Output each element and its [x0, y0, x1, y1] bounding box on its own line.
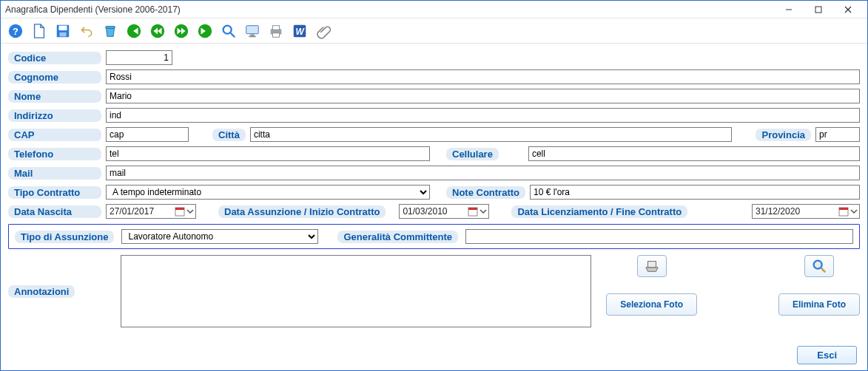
zoom-photo-button[interactable] — [804, 255, 834, 277]
label-data-assunzione: Data Assunzione / Inizio Contratto — [218, 205, 386, 218]
chevron-down-icon — [480, 208, 487, 215]
prev-record-icon[interactable] — [147, 21, 168, 41]
toolbar: ? — [1, 18, 867, 44]
last-record-icon[interactable] — [195, 21, 215, 41]
annotazioni-textarea[interactable] — [121, 255, 591, 327]
svg-rect-16 — [246, 25, 259, 33]
svg-rect-1 — [815, 7, 821, 13]
data-assunzione-value: 01/03/2010 — [403, 206, 468, 217]
label-cognome: Cognome — [8, 71, 101, 84]
svg-point-14 — [223, 25, 232, 33]
monitor-icon[interactable] — [242, 21, 263, 41]
label-cap: CAP — [8, 129, 101, 141]
telefono-field[interactable] — [106, 146, 430, 161]
svg-rect-25 — [175, 208, 184, 210]
seleziona-foto-button[interactable]: Seleziona Foto — [606, 293, 697, 316]
label-tipo-contratto: Tipo Contratto — [8, 186, 101, 199]
label-tipo-assunzione: Tipo di Assunzione — [15, 231, 114, 243]
label-generalita: Generalità Committente — [337, 231, 458, 243]
scanner-button[interactable] — [637, 255, 667, 277]
notes-photo-area: Annotazioni Seleziona Foto Elimina Foto — [8, 255, 860, 327]
provincia-field[interactable] — [815, 127, 860, 142]
svg-rect-21 — [272, 33, 279, 37]
note-contratto-field[interactable] — [530, 185, 860, 200]
svg-rect-27 — [468, 208, 477, 210]
label-provincia: Provincia — [756, 129, 811, 141]
calendar-icon — [175, 206, 185, 217]
indirizzo-field[interactable] — [106, 108, 860, 123]
label-telefono: Telefono — [8, 148, 101, 160]
elimina-foto-label: Elimina Foto — [793, 299, 846, 310]
generalita-field[interactable] — [465, 229, 853, 244]
next-record-icon[interactable] — [171, 21, 192, 41]
new-doc-icon[interactable] — [29, 21, 50, 41]
svg-rect-29 — [839, 208, 848, 210]
window-title: Anagrafica Dipendenti (Versione 2006-201… — [5, 4, 774, 15]
tipo-assunzione-select[interactable]: Lavoratore Autonomo — [121, 229, 318, 244]
cognome-field[interactable] — [106, 69, 860, 84]
print-icon[interactable] — [266, 21, 286, 41]
label-citta: Città — [212, 129, 246, 141]
photo-right-column: Elimina Foto — [778, 255, 860, 327]
scanner-icon — [644, 258, 660, 274]
app-window: Anagrafica Dipendenti (Versione 2006-201… — [0, 0, 868, 371]
word-icon[interactable]: W — [289, 21, 310, 41]
svg-line-15 — [231, 33, 235, 37]
search-icon[interactable] — [218, 21, 239, 41]
cellulare-field[interactable] — [528, 146, 860, 161]
data-nascita-value: 27/01/2017 — [110, 206, 175, 217]
maximize-button[interactable] — [804, 1, 833, 18]
svg-rect-20 — [272, 25, 279, 30]
svg-rect-8 — [59, 32, 66, 36]
label-note-contratto: Note Contratto — [446, 186, 525, 199]
tipo-contratto-select[interactable]: A tempo indeterminato — [106, 185, 430, 200]
codice-field[interactable] — [106, 50, 172, 65]
svg-text:W: W — [295, 26, 305, 36]
chevron-down-icon — [186, 208, 194, 215]
data-nascita-picker[interactable]: 27/01/2017 — [106, 204, 196, 219]
footer: Esci — [1, 341, 867, 370]
mail-field[interactable] — [106, 166, 860, 180]
minimize-button[interactable] — [774, 1, 804, 18]
label-cellulare: Cellulare — [446, 148, 499, 160]
label-data-licenziamento: Data Licenziamento / Fine Contratto — [511, 205, 687, 218]
nome-field[interactable] — [106, 89, 860, 103]
photo-left-column: Seleziona Foto — [606, 255, 697, 327]
assunzione-group: Tipo di Assunzione Lavoratore Autonomo G… — [8, 224, 860, 249]
label-data-nascita: Data Nascita — [8, 205, 101, 218]
first-record-icon[interactable] — [124, 21, 144, 41]
close-button[interactable] — [833, 1, 863, 18]
undo-icon[interactable] — [76, 21, 97, 41]
seleziona-foto-label: Seleziona Foto — [620, 299, 683, 310]
paperclip-icon[interactable] — [313, 21, 334, 41]
form-area: Codice Cognome Nome Indirizzo CAP Città … — [1, 44, 867, 341]
data-assunzione-picker[interactable]: 01/03/2010 — [399, 204, 489, 219]
help-icon[interactable]: ? — [5, 21, 26, 41]
svg-line-32 — [821, 268, 826, 273]
data-licenziamento-picker[interactable]: 31/12/2020 — [752, 204, 860, 219]
calendar-icon — [838, 206, 849, 217]
trash-icon[interactable] — [100, 21, 121, 41]
esci-button[interactable]: Esci — [797, 346, 857, 364]
citta-field[interactable] — [250, 127, 733, 142]
svg-rect-30 — [647, 262, 656, 268]
esci-label: Esci — [817, 350, 837, 361]
label-nome: Nome — [8, 90, 101, 103]
svg-rect-18 — [249, 35, 255, 37]
magnifier-icon — [811, 258, 827, 274]
calendar-icon — [468, 206, 478, 217]
svg-rect-17 — [250, 34, 255, 35]
data-licenziamento-value: 31/12/2020 — [756, 206, 838, 217]
label-indirizzo: Indirizzo — [8, 109, 101, 122]
save-icon[interactable] — [53, 21, 73, 41]
svg-point-31 — [814, 261, 822, 269]
elimina-foto-button[interactable]: Elimina Foto — [778, 293, 860, 316]
titlebar: Anagrafica Dipendenti (Versione 2006-201… — [1, 1, 867, 18]
svg-rect-9 — [106, 26, 115, 28]
chevron-down-icon — [850, 208, 858, 215]
label-annotazioni: Annotazioni — [8, 285, 75, 298]
label-mail: Mail — [8, 167, 101, 180]
cap-field[interactable] — [106, 127, 189, 142]
label-codice: Codice — [8, 52, 101, 64]
svg-text:?: ? — [13, 25, 18, 36]
